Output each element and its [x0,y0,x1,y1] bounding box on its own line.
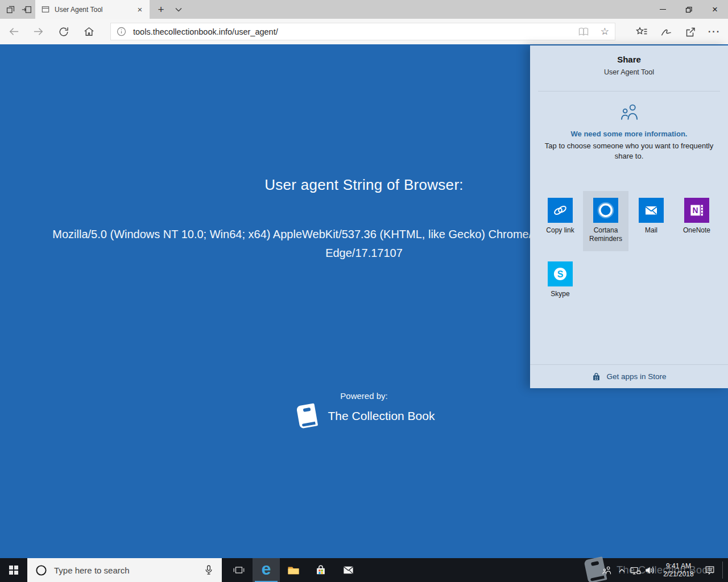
search-placeholder: Type here to search [54,566,204,575]
share-target-copy-link[interactable]: Copy link [537,191,583,251]
microphone-icon[interactable] [204,564,214,576]
notifications-icon [704,564,715,576]
refresh-button[interactable] [55,23,73,40]
task-view-button[interactable] [225,558,253,582]
edge-icon: e [262,560,271,577]
address-bar[interactable]: tools.thecollectionbook.info/user_agent/… [110,23,615,40]
share-target-label: Cortana Reminders [583,226,628,243]
share-target-mail[interactable]: Mail [628,191,674,251]
windows-logo-icon [9,566,19,575]
divider [538,91,720,92]
share-info-body: Tap to choose someone who you want to fr… [544,141,714,161]
taskbar-mail-button[interactable] [334,558,362,582]
navigation-bar: tools.thecollectionbook.info/user_agent/… [0,19,728,44]
action-center-button[interactable] [701,558,719,582]
brand-name: The Collection Book [328,409,435,423]
back-button[interactable] [5,23,23,40]
reading-view-icon [578,27,589,37]
people-icon [618,102,640,122]
store-icon [315,564,327,576]
taskbar-store-button[interactable] [307,558,334,582]
tab-preview-button[interactable] [3,0,18,19]
share-target-cortana-reminders[interactable]: Cortana Reminders [583,191,628,251]
svg-text:S: S [557,269,564,279]
share-panel-subtitle: User Agent Tool [530,68,728,76]
minimize-icon [660,9,666,10]
share-icon [685,26,696,38]
mail-icon [643,202,660,219]
onenote-icon: N [688,202,705,219]
choose-people-area[interactable] [530,102,728,122]
set-tabs-aside-button[interactable] [19,0,34,19]
minimize-button[interactable] [650,0,676,19]
taskbar-search-box[interactable]: Type here to search [27,558,222,582]
network-icon [630,565,641,576]
stacked-tabs-icon [6,5,15,14]
get-apps-label: Get apps in Store [606,372,666,381]
share-info-heading: We need some more information. [530,130,728,138]
cortana-circle-icon [35,564,47,576]
home-button[interactable] [80,23,98,40]
taskbar-clock[interactable]: 9:41 AM 2/21/2018 [657,558,700,582]
share-target-label: OneNote [674,226,719,235]
share-targets-grid: Copy link Cortana Reminders [537,191,719,315]
store-bag-icon [592,372,601,382]
page-content: User agent String of Browser: Mozilla/5.… [0,44,728,558]
share-button[interactable] [681,23,700,40]
restore-button[interactable] [676,0,702,19]
share-target-skype[interactable]: S Skype [537,255,583,315]
network-tray-button[interactable] [628,558,643,582]
close-tab-button[interactable]: × [134,3,146,16]
edge-browser-window: User Agent Tool × + × [0,0,728,582]
start-button[interactable] [0,558,27,582]
mail-icon [342,564,355,576]
volume-tray-button[interactable] [643,558,657,582]
tab-title: User Agent Tool [55,6,134,14]
brand-logo-row: The Collection Book [0,402,728,430]
get-apps-in-store-link[interactable]: Get apps in Store [530,364,728,388]
chevron-down-icon [175,7,182,12]
close-window-button[interactable]: × [702,0,728,19]
chevron-up-icon [618,568,626,573]
task-view-icon [233,564,245,576]
volume-icon [644,565,656,576]
cortana-icon [596,201,615,220]
taskbar-people-button[interactable] [598,558,614,582]
home-icon [83,26,95,38]
back-arrow-icon [8,26,20,38]
set-aside-icon [22,5,32,14]
settings-more-button[interactable]: ··· [705,23,723,40]
show-hidden-icons-button[interactable] [615,558,628,582]
clock-date: 2/21/2018 [663,570,693,578]
show-desktop-button[interactable] [722,562,723,579]
web-note-button[interactable] [657,23,675,40]
favorites-list-icon [636,27,648,37]
forward-arrow-icon [32,26,44,38]
forward-button[interactable] [29,23,47,40]
tab-bar: User Agent Tool × + × [0,0,728,19]
share-target-onenote[interactable]: N OneNote [674,191,719,251]
taskbar: Type here to search e [0,558,728,582]
url-text[interactable]: tools.thecollectionbook.info/user_agent/ [133,27,578,36]
share-target-label: Skype [537,290,583,298]
refresh-icon [58,26,69,38]
skype-icon: S [551,265,569,283]
new-tab-button[interactable]: + [152,0,169,19]
restore-icon [685,6,692,13]
ink-pen-icon [660,27,672,37]
tab-list-dropdown-button[interactable] [171,0,187,19]
link-icon [552,202,569,219]
more-dots-icon: ··· [708,27,721,37]
page-icon [42,6,49,13]
reading-view-button[interactable] [578,27,589,37]
share-target-label: Mail [628,226,674,235]
taskbar-edge-button[interactable]: e [253,558,280,582]
taskbar-file-explorer-button[interactable] [280,558,307,582]
book-logo-icon [291,400,323,432]
tab-user-agent-tool[interactable]: User Agent Tool × [35,0,150,19]
window-controls: × [650,0,728,19]
add-favorite-button[interactable]: ☆ [601,27,609,36]
share-panel-title: Share [530,55,728,64]
favorites-hub-button[interactable] [632,23,651,40]
site-info-icon[interactable] [117,27,126,36]
